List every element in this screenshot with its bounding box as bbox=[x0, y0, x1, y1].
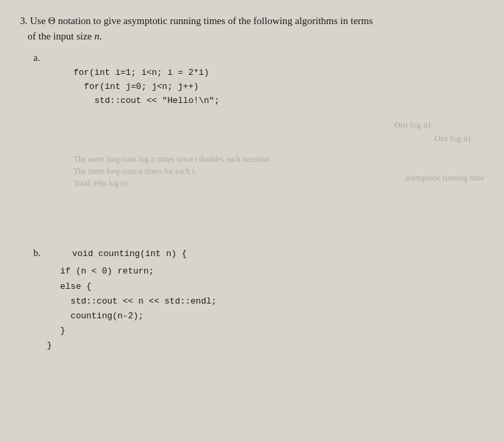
faded-answer-2: O(n log n) bbox=[434, 133, 471, 144]
part-b: b. void counting(int n) { if (n < 0) ret… bbox=[33, 247, 484, 353]
question-number: 3. bbox=[20, 15, 27, 26]
question-input-size: of the input size n. bbox=[20, 31, 102, 41]
question-header: 3. Use Θ notation to give asymptotic run… bbox=[20, 13, 484, 43]
part-a: a. for(int i=1; i<n; i = 2*i) for(int j=… bbox=[33, 51, 484, 233]
code-line-a-3: std::cout << "Hello!\n"; bbox=[74, 94, 484, 108]
code-line-b-1: if (n < 0) return; bbox=[60, 264, 484, 279]
code-line-b-4: counting(n-2); bbox=[60, 309, 484, 324]
part-a-label: a. bbox=[33, 53, 40, 63]
code-block-b: if (n < 0) return; else { std::cout << n… bbox=[60, 264, 484, 338]
code-block-a: for(int i=1; i<n; i = 2*i) for(int j=0; … bbox=[74, 66, 484, 108]
code-line-b-5: } bbox=[60, 324, 484, 338]
part-b-label: b. bbox=[33, 248, 43, 258]
faded-answer-1: Θ(n log n) bbox=[394, 120, 430, 130]
answer-area-a: Θ(n log n) O(n log n) The outer loop run… bbox=[74, 113, 484, 233]
code-line-a-2: for(int j=0; j<n; j++) bbox=[74, 80, 484, 94]
part-b-intro: void counting(int n) { bbox=[72, 249, 187, 259]
code-line-b-3: std::cout << n << std::endl; bbox=[60, 294, 484, 309]
code-line-a-1: for(int i=1; i<n; i = 2*i) bbox=[74, 66, 484, 80]
closing-brace: } bbox=[47, 338, 484, 353]
faded-answer-3: The outer loop runs log n times since i … bbox=[74, 153, 271, 189]
question-prompt: Use Θ notation to give asymptotic runnin… bbox=[30, 15, 373, 26]
code-line-b-2: else { bbox=[60, 280, 484, 294]
faded-answer-4: asymptotic running time bbox=[406, 173, 484, 183]
question-container: 3. Use Θ notation to give asymptotic run… bbox=[20, 13, 484, 353]
